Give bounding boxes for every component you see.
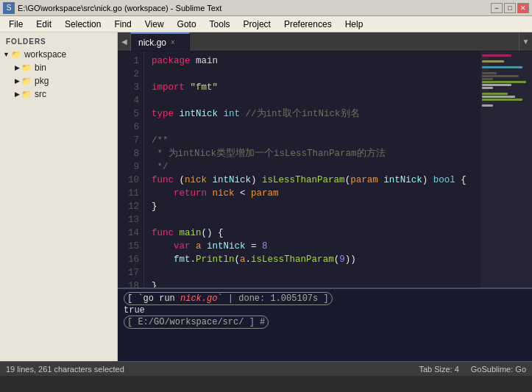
folder-label: pkg xyxy=(35,76,49,86)
code-line: return nick < param xyxy=(152,187,480,200)
menu-item-preferences[interactable]: Preferences xyxy=(278,18,338,31)
main-layout: FOLDERS ▼ 📁 workspace ▶ 📁 bin ▶ 📁 pkg ▶ … xyxy=(0,32,532,361)
minimize-button[interactable]: − xyxy=(491,3,503,13)
folder-label: workspace xyxy=(24,49,66,60)
code-line xyxy=(152,213,480,227)
tab-nick-go[interactable]: nick.go × xyxy=(131,32,190,51)
statusbar-right: Tab Size: 4 GoSublime: Go xyxy=(419,365,526,374)
sidebar-item-src[interactable]: ▶ 📁 src xyxy=(12,88,117,101)
statusbar: 19 lines, 261 characters selected Tab Si… xyxy=(0,361,532,376)
menu-item-edit[interactable]: Edit xyxy=(30,18,57,31)
code-line: var a intNick = 8 xyxy=(152,240,480,253)
terminal-line-3: [ E:/GO/workspace/src/ ] # xyxy=(124,316,526,329)
tab-size[interactable]: Tab Size: 4 xyxy=(419,365,458,374)
terminal[interactable]: [ `go run nick.go` | done: 1.005107s ] t… xyxy=(118,288,532,361)
maximize-button[interactable]: □ xyxy=(504,3,516,13)
menu-item-find[interactable]: Find xyxy=(108,18,137,31)
terminal-line-2: true xyxy=(124,305,526,316)
sidebar-item-workspace[interactable]: ▼ 📁 workspace xyxy=(0,48,117,61)
chevron-right-icon: ▶ xyxy=(15,64,20,71)
code-line xyxy=(152,266,480,279)
code-line: package main xyxy=(152,54,480,68)
titlebar-left: S E:\GO\workspace\src\nick.go (workspace… xyxy=(3,2,221,14)
chevron-right-icon: ▶ xyxy=(15,90,20,98)
menu-item-selection[interactable]: Selection xyxy=(59,18,107,31)
folder-label: src xyxy=(35,89,46,99)
line-numbers: 12345 678910 1112131415 16171819 xyxy=(118,51,144,288)
code-content[interactable]: package main import "fmt" type intNick i… xyxy=(144,51,480,288)
tab-scroll-left[interactable]: ◀ xyxy=(118,32,131,51)
minimap xyxy=(480,51,532,288)
status-left: 19 lines, 261 characters selected xyxy=(6,365,124,374)
menu-item-file[interactable]: File xyxy=(3,18,29,31)
titlebar: S E:\GO\workspace\src\nick.go (workspace… xyxy=(0,0,532,16)
code-line: /** xyxy=(152,134,480,147)
window-title: E:\GO\workspace\src\nick.go (workspace) … xyxy=(18,4,221,13)
window-controls: − □ ✕ xyxy=(491,3,529,13)
menu-item-goto[interactable]: Goto xyxy=(171,18,202,31)
code-line xyxy=(152,94,480,107)
syntax-label[interactable]: GoSublime: Go xyxy=(471,365,526,374)
close-button[interactable]: ✕ xyxy=(517,3,529,13)
code-line: } xyxy=(152,200,480,213)
folders-label: FOLDERS xyxy=(0,35,117,48)
code-line: func main() { xyxy=(152,227,480,240)
code-line: func (nick intNick) isLessThanParam(para… xyxy=(152,174,480,187)
menu-item-view[interactable]: View xyxy=(139,18,170,31)
tab-bar: ◀ nick.go × ▼ xyxy=(118,32,532,51)
folder-icon: 📁 xyxy=(21,90,32,99)
code-line: type intNick int //为int取个intNick别名 xyxy=(152,107,480,121)
code-line xyxy=(152,68,480,81)
app-icon: S xyxy=(3,2,15,14)
sidebar-item-bin[interactable]: ▶ 📁 bin xyxy=(12,61,117,74)
tab-dropdown[interactable]: ▼ xyxy=(519,32,532,51)
code-line xyxy=(152,121,480,134)
tab-label: nick.go xyxy=(138,38,166,48)
menu-item-help[interactable]: Help xyxy=(339,18,369,31)
code-editor[interactable]: 12345 678910 1112131415 16171819 package… xyxy=(118,51,532,288)
menu-item-tools[interactable]: Tools xyxy=(204,18,236,31)
editor-area: ◀ nick.go × ▼ 12345 678910 1112131415 16… xyxy=(118,32,532,361)
code-line: * 为intNick类型增加一个isLessThanParam的方法 xyxy=(152,147,480,160)
code-line: } xyxy=(152,279,480,288)
menu-item-project[interactable]: Project xyxy=(238,18,277,31)
sidebar: FOLDERS ▼ 📁 workspace ▶ 📁 bin ▶ 📁 pkg ▶ … xyxy=(0,32,118,361)
code-line: import "fmt" xyxy=(152,81,480,94)
folder-open-icon: 📁 xyxy=(11,50,21,60)
chevron-down-icon: ▼ xyxy=(3,51,10,58)
folder-label: bin xyxy=(35,63,46,73)
folder-icon: 📁 xyxy=(21,63,32,73)
code-line: fmt.Println(a.isLessThanParam(9)) xyxy=(152,253,480,266)
sidebar-item-pkg[interactable]: ▶ 📁 pkg xyxy=(12,74,117,88)
menubar: FileEditSelectionFindViewGotoToolsProjec… xyxy=(0,16,532,32)
code-line: */ xyxy=(152,160,480,174)
chevron-right-icon: ▶ xyxy=(15,77,20,85)
tab-close-button[interactable]: × xyxy=(171,38,175,46)
folder-icon: 📁 xyxy=(21,76,32,86)
terminal-line-1: [ `go run nick.go` | done: 1.005107s ] xyxy=(124,292,526,305)
